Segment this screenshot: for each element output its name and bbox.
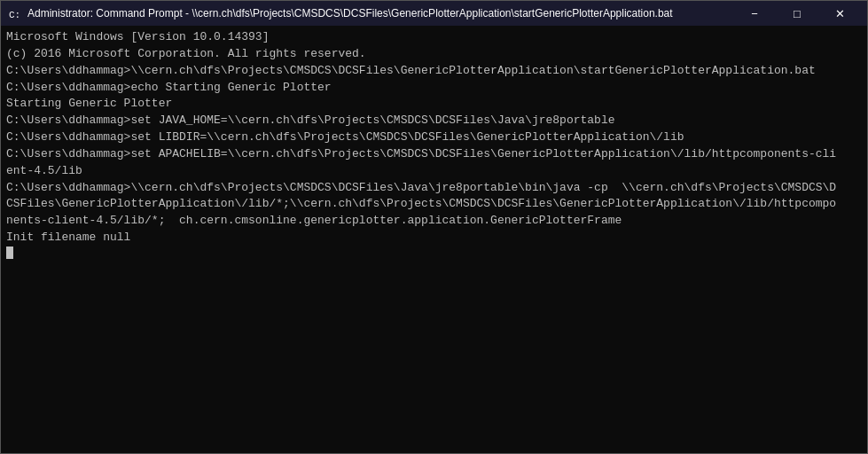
cmd-icon: C: [8,6,22,20]
console-line: C:\Users\ddhammag>\\cern.ch\dfs\Projects… [6,63,862,80]
title-bar: C: Administrator: Command Prompt - \\cer… [1,1,867,26]
console-line: C:\Users\ddhammag>set LIBDIR=\\cern.ch\d… [6,129,862,146]
close-button[interactable]: ✕ [819,1,860,26]
console-line: nents-client-4.5/lib/*; ch.cern.cmsonlin… [6,213,862,230]
console-line: Starting Generic Plotter [6,96,862,113]
console-line: C:\Users\ddhammag>set JAVA_HOME=\\cern.c… [6,113,862,129]
console-line: C:\Users\ddhammag>\\cern.ch\dfs\Projects… [6,180,862,197]
console-line-last: Init filename null [6,230,862,247]
console-line: C:\Users\ddhammag>echo Starting Generic … [6,80,862,97]
console-line: CSFiles\GenericPlotterApplication\/lib/*… [6,196,862,213]
console-body[interactable]: Microsoft Windows [Version 10.0.14393](c… [1,26,867,453]
window-controls: − □ ✕ [734,1,860,26]
window-title: Administrator: Command Prompt - \\cern.c… [27,7,734,20]
minimize-button[interactable]: − [734,1,775,26]
cmd-window: C: Administrator: Command Prompt - \\cer… [0,0,868,454]
console-line: ent-4.5/lib [6,163,862,180]
maximize-button[interactable]: □ [777,1,817,26]
cursor [6,247,13,259]
svg-text:C:: C: [9,10,20,20]
console-cursor-line [6,247,862,259]
console-line: Microsoft Windows [Version 10.0.14393] [6,29,862,46]
console-line: (c) 2016 Microsoft Corporation. All righ… [6,46,862,63]
console-line: C:\Users\ddhammag>set APACHELIB=\\cern.c… [6,146,862,163]
